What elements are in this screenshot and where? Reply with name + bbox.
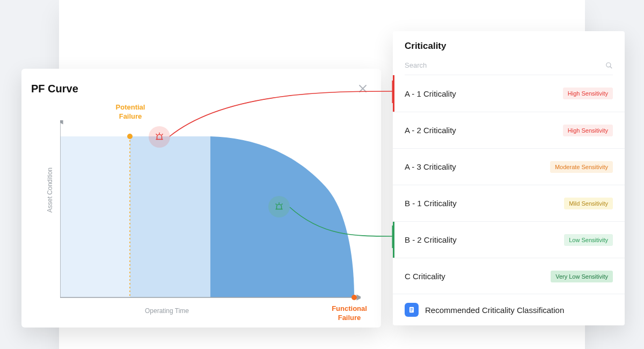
- recommended-classification-link[interactable]: Recommended Criticality Classification: [393, 294, 625, 325]
- row-label: B - 1 Criticality: [405, 199, 457, 208]
- criticality-row[interactable]: C Criticality Very Low Sensitivity: [393, 258, 625, 294]
- criticality-row[interactable]: B - 2 Criticality Low Sensitivity: [393, 221, 625, 258]
- svg-rect-18: [411, 311, 412, 311]
- sensitivity-badge: Very Low Sensitivity: [551, 271, 613, 282]
- svg-rect-16: [411, 308, 413, 309]
- sensitivity-badge: Moderate Sensitivity: [550, 161, 613, 173]
- criticality-row[interactable]: A - 2 Criticality High Sensitivity: [393, 112, 625, 148]
- svg-line-12: [282, 204, 282, 205]
- sensitivity-badge: Low Sensitivity: [564, 234, 613, 246]
- svg-line-7: [156, 134, 157, 135]
- svg-rect-17: [411, 309, 413, 310]
- criticality-row[interactable]: A - 3 Criticality Moderate Sensitivity: [393, 148, 625, 185]
- criticality-list: A - 1 Criticality High Sensitivity A - 2…: [393, 75, 625, 294]
- y-axis-label: Asset Condition: [46, 168, 54, 213]
- siren-icon: [274, 202, 284, 212]
- criticality-title: Criticality: [405, 41, 613, 52]
- alert-marker-high[interactable]: [149, 126, 170, 148]
- svg-line-11: [276, 204, 276, 205]
- footer-label: Recommended Criticality Classification: [425, 306, 564, 315]
- sensitivity-badge: High Sensitivity: [563, 125, 613, 136]
- alert-marker-low[interactable]: [268, 196, 290, 217]
- search-field-wrap: [405, 59, 613, 75]
- document-icon: [405, 303, 419, 317]
- x-axis-label: Operating Time: [145, 307, 189, 315]
- criticality-row[interactable]: B - 1 Criticality Mild Sensitivity: [393, 185, 625, 221]
- close-button[interactable]: [358, 84, 369, 94]
- svg-line-8: [162, 134, 163, 135]
- row-label: A - 2 Criticality: [405, 126, 456, 135]
- svg-point-13: [606, 62, 611, 67]
- search-input[interactable]: [405, 61, 605, 69]
- svg-line-14: [610, 66, 612, 68]
- row-label: A - 1 Criticality: [405, 89, 456, 98]
- svg-point-3: [127, 134, 133, 139]
- functional-failure-label: Functional Failure: [328, 304, 371, 323]
- potential-failure-label: Potential Failure: [106, 103, 155, 121]
- row-label: B - 2 Criticality: [405, 235, 457, 244]
- criticality-row[interactable]: A - 1 Criticality High Sensitivity: [393, 75, 625, 112]
- pf-curve-chart: [60, 120, 361, 303]
- svg-point-4: [352, 295, 357, 300]
- row-label: C Criticality: [405, 272, 445, 281]
- chart-title: PF Curve: [31, 83, 371, 95]
- close-icon: [358, 84, 367, 93]
- criticality-panel: Criticality A - 1 Criticality High Sensi…: [393, 31, 625, 325]
- pf-curve-card: PF Curve Asset Condition Operating Time …: [21, 69, 381, 328]
- row-label: A - 3 Criticality: [405, 162, 456, 171]
- sensitivity-badge: High Sensitivity: [563, 88, 613, 99]
- search-icon: [605, 62, 613, 69]
- sensitivity-badge: Mild Sensitivity: [564, 198, 613, 209]
- siren-icon: [155, 132, 164, 142]
